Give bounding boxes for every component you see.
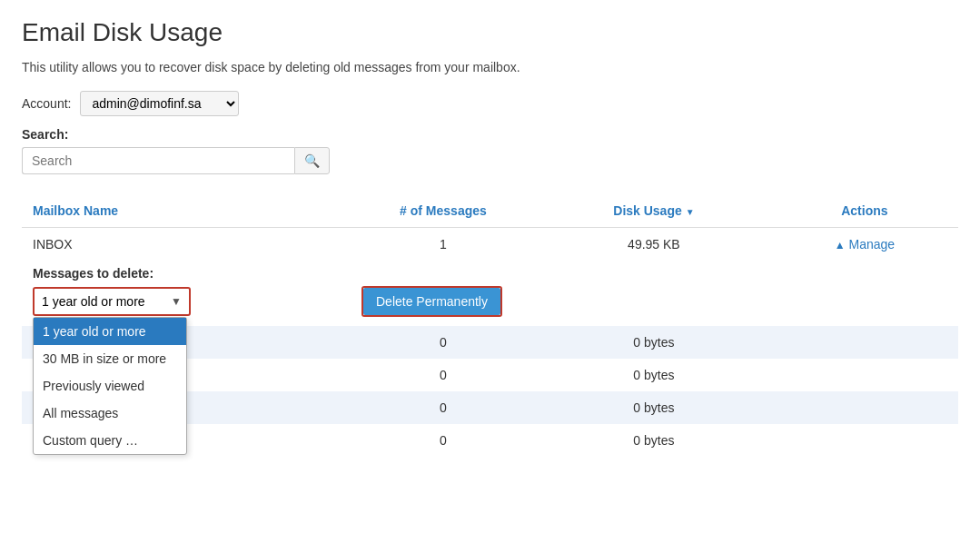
account-label: Account:	[22, 96, 71, 111]
dropdown-item-1year[interactable]: 1 year old or more	[34, 318, 186, 345]
cell-messages: 1	[350, 228, 537, 262]
messages-to-delete-label: Messages to delete:	[33, 266, 947, 281]
table-row: INBOX 1 49.95 KB ▲ Manage	[22, 228, 958, 262]
cell-messages: 0	[350, 326, 537, 359]
page-title: Email Disk Usage	[22, 18, 958, 47]
col-messages: # of Messages	[350, 194, 537, 228]
cell-disk-usage: 0 bytes	[537, 424, 771, 457]
cell-disk-usage: 49.95 KB	[537, 228, 771, 262]
search-icon: 🔍	[304, 153, 320, 168]
dropdown-menu: 1 year old or more 30 MB in size or more…	[33, 317, 187, 455]
cell-disk-usage: 0 bytes	[537, 391, 771, 424]
dropdown-item-custom-query[interactable]: Custom query …	[34, 427, 186, 454]
manage-link[interactable]: ▲ Manage	[835, 237, 895, 252]
search-input[interactable]	[22, 147, 294, 174]
search-label: Search:	[22, 127, 958, 142]
cell-actions	[771, 424, 958, 457]
delete-permanently-button[interactable]: Delete Permanently	[363, 288, 500, 315]
dropdown-item-all-messages[interactable]: All messages	[34, 400, 186, 427]
search-button[interactable]: 🔍	[294, 147, 330, 174]
table-header-row: Mailbox Name # of Messages Disk Usage ▼ …	[22, 194, 958, 228]
manage-arrow-icon: ▲	[835, 239, 846, 252]
cell-disk-usage: 0 bytes	[537, 326, 771, 359]
page-description: This utility allows you to recover disk …	[22, 60, 958, 74]
dropdown-item-previously-viewed[interactable]: Previously viewed	[34, 372, 186, 400]
col-actions: Actions	[771, 194, 958, 228]
search-row: 🔍	[22, 147, 958, 174]
col-mailbox-name: Mailbox Name	[22, 194, 350, 228]
cell-disk-usage: 0 bytes	[537, 359, 771, 391]
col-disk-usage[interactable]: Disk Usage ▼	[537, 194, 771, 228]
mailbox-table: Mailbox Name # of Messages Disk Usage ▼ …	[22, 194, 958, 457]
cell-actions	[771, 326, 958, 359]
dropdown-item-30mb[interactable]: 30 MB in size or more	[34, 345, 186, 372]
account-row: Account: admin@dimofinf.sa	[22, 91, 958, 116]
cell-actions	[771, 359, 958, 391]
cell-messages: 0	[350, 359, 537, 391]
cell-messages: 0	[350, 391, 537, 424]
cell-actions	[771, 391, 958, 424]
cell-mailbox: INBOX	[22, 228, 350, 262]
delete-controls: 1 year old or more 30 MB in size or more…	[33, 286, 947, 317]
cell-messages: 0	[350, 424, 537, 457]
delete-select-wrapper: 1 year old or more 30 MB in size or more…	[33, 287, 191, 316]
sort-icon: ▼	[686, 207, 695, 217]
messages-to-delete-row: Messages to delete: 1 year old or more 3…	[22, 261, 958, 326]
cell-actions: ▲ Manage	[771, 228, 958, 262]
account-select[interactable]: admin@dimofinf.sa	[80, 91, 239, 116]
messages-to-delete-select[interactable]: 1 year old or more 30 MB in size or more…	[35, 289, 189, 314]
